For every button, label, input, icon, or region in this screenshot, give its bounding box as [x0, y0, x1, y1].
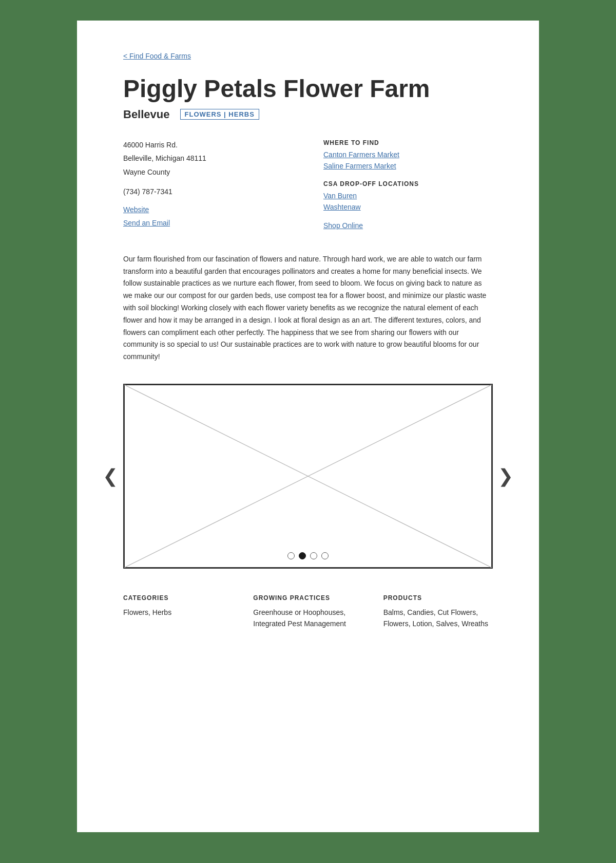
categories-section: CATEGORIES Flowers, Herbs GROWING PRACTI…	[123, 594, 493, 630]
categories-col: CATEGORIES Flowers, Herbs	[123, 594, 233, 630]
carousel-dots	[287, 552, 329, 559]
carousel-prev-button[interactable]: ❮	[98, 460, 123, 492]
farm-location: Bellevue	[123, 108, 170, 121]
where-to-find-label: WHERE TO FIND	[323, 139, 493, 146]
csa-label: CSA DROP-OFF LOCATIONS	[323, 180, 493, 187]
dot-4[interactable]	[321, 552, 329, 559]
growing-practices-col: GROWING PRACTICES Greenhouse or Hoophous…	[253, 594, 362, 630]
categories-value: Flowers, Herbs	[123, 607, 233, 618]
where-to-find: WHERE TO FIND Canton Farmers Market Sali…	[323, 139, 493, 233]
info-section: 46000 Harris Rd. Belleville, Michigan 48…	[123, 139, 493, 233]
dot-1[interactable]	[287, 552, 295, 559]
farm-description: Our farm flourished from our fascination…	[123, 253, 493, 363]
csa-location-1[interactable]: Van Buren	[323, 192, 493, 200]
market-link-2[interactable]: Saline Farmers Market	[323, 162, 493, 170]
carousel-next-button[interactable]: ❯	[493, 460, 518, 492]
farm-tags: FLOWERS | HERBS	[180, 109, 259, 120]
phone: (734) 787-7341	[123, 186, 293, 197]
market-link-1[interactable]: Canton Farmers Market	[323, 151, 493, 159]
dot-2[interactable]	[299, 552, 306, 559]
growing-practices-value: Greenhouse or Hoophouses, Integrated Pes…	[253, 607, 362, 630]
address-line1: 46000 Harris Rd.	[123, 139, 293, 151]
county: Wayne County	[123, 166, 293, 178]
dot-3[interactable]	[310, 552, 317, 559]
csa-location-2[interactable]: Washtenaw	[323, 203, 493, 211]
website-link[interactable]: Website	[123, 205, 293, 214]
farm-title: Piggly Petals Flower Farm	[123, 76, 493, 103]
image-carousel	[123, 384, 493, 569]
contact-info: 46000 Harris Rd. Belleville, Michigan 48…	[123, 139, 293, 233]
address-line2: Belleville, Michigan 48111	[123, 153, 293, 164]
products-col: PRODUCTS Balms, Candies, Cut Flowers, Fl…	[383, 594, 493, 630]
back-link[interactable]: < Find Food & Farms	[123, 52, 191, 60]
growing-practices-label: GROWING PRACTICES	[253, 594, 362, 602]
categories-label: CATEGORIES	[123, 594, 233, 602]
products-value: Balms, Candies, Cut Flowers, Flowers, Lo…	[383, 607, 493, 630]
shop-online-link[interactable]: Shop Online	[323, 221, 493, 230]
email-link[interactable]: Send an Email	[123, 219, 293, 227]
products-label: PRODUCTS	[383, 594, 493, 602]
